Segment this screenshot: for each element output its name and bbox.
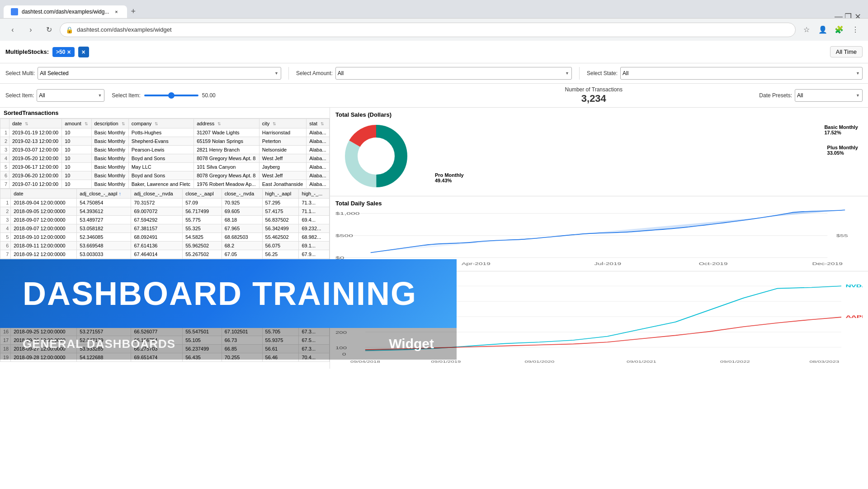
txn-count-label: Number of Transactions (435, 86, 752, 93)
pct-basic-monthly: 17.52% (824, 130, 841, 135)
banner-sub: GENERAL DASHBOARDS Widget (0, 328, 457, 360)
select-multi-wrapper: All Selected (38, 67, 281, 80)
date-presets-dropdown[interactable]: All (795, 89, 863, 102)
table-row: 5 2019-06-17 12:00:00 10 Basic Monthly M… (0, 163, 330, 171)
extensions-button[interactable]: 🧩 (832, 23, 846, 37)
svg-text:AAPL: AAPL (845, 314, 863, 319)
slider-group: Select Item: 50.00 (112, 92, 428, 99)
banner-sub-left: GENERAL DASHBOARDS (23, 337, 175, 351)
col-date[interactable]: date ⇅ (9, 119, 62, 128)
tag-chip-remove[interactable]: × (67, 48, 71, 56)
svg-text:09/01/2019: 09/01/2019 (431, 360, 461, 363)
profile-button[interactable]: 👤 (816, 23, 830, 37)
row-num: 5 (0, 163, 9, 171)
new-tab-button[interactable]: + (127, 5, 139, 18)
active-tab[interactable]: dashtest.com/dash/examples/widg... × (4, 5, 127, 18)
table-row: 4 2018-09-07 12:00:0000 53.058182 67.381… (0, 224, 330, 233)
stock-col-close-aapl[interactable]: close_-_aapl (183, 189, 222, 199)
table-row: 3 2018-09-07 12:00:0000 53.489727 67.594… (0, 216, 330, 224)
pct-pro-monthly: 49.43% (435, 178, 452, 183)
menu-button[interactable]: ⋮ (848, 23, 863, 37)
line-chart-svg: $1,000 $500 $0 Jan-2019 Apr-2019 Jul-201… (335, 209, 863, 267)
select-amount-dropdown[interactable]: All (335, 67, 572, 80)
stock-col-high-nvda[interactable]: high_-_... (299, 189, 330, 199)
address-text: dashtest.com/dash/examples/widget (77, 26, 172, 33)
stock-col-num (0, 189, 11, 199)
row-num: 5 (0, 233, 11, 242)
stock-col-close-nvda[interactable]: close_-_nvda (222, 189, 262, 199)
label-pro-monthly: Pro Monthly 49.43% (435, 172, 464, 183)
slider-thumb[interactable] (168, 92, 175, 99)
sorted-transactions-table: date ⇅ amount ⇅ description ⇅ company ⇅ … (0, 119, 330, 189)
row-num: 3 (0, 216, 11, 224)
bookmark-button[interactable]: ☆ (799, 23, 814, 37)
toolbar-label: MultipleStocks: (5, 48, 49, 55)
svg-text:Dec-2019: Dec-2019 (812, 261, 843, 266)
reload-button[interactable]: ↻ (42, 23, 56, 37)
pie-chart-title: Total Sales (Dollars) (335, 111, 863, 118)
select-item-dropdown-1[interactable]: All (37, 89, 104, 102)
svg-text:09/01/2022: 09/01/2022 (720, 360, 750, 363)
sorted-transactions-body: 1 2019-01-19 12:00:00 10 Basic Monthly P… (0, 128, 330, 189)
stock-col-date[interactable]: date (11, 189, 77, 199)
browser-chrome: dashtest.com/dash/examples/widg... × + —… (0, 0, 868, 41)
forward-button[interactable]: › (24, 23, 38, 37)
select-state-dropdown[interactable]: All (620, 67, 863, 80)
col-company[interactable]: company ⇅ (128, 119, 194, 128)
tab-close-button[interactable]: × (113, 8, 120, 15)
banner-main: DASHBOARD TRAINING (0, 259, 457, 328)
svg-text:09/04/2018: 09/04/2018 (350, 360, 380, 363)
pie-labels: Basic Monthly 17.52% Plus Monthly 33.05%… (435, 120, 863, 192)
col-num (0, 119, 9, 128)
transaction-count-box: Number of Transactions 3,234 (435, 86, 752, 104)
row-num: 7 (0, 250, 11, 259)
tab-favicon (11, 8, 18, 15)
col-description[interactable]: description ⇅ (91, 119, 128, 128)
tab-title: dashtest.com/dash/examples/widg... (22, 9, 109, 15)
pie-chart-section: Total Sales (Dollars) (330, 108, 868, 196)
table-row: 7 2019-07-10 12:00:00 10 Basic Monthly B… (0, 180, 330, 189)
label-basic-monthly: Basic Monthly 17.52% (824, 124, 858, 135)
table-row: 2 2019-02-13 12:00:00 10 Basic Monthly S… (0, 137, 330, 146)
back-button[interactable]: ‹ (5, 23, 20, 37)
select-state-wrapper: All (620, 67, 863, 80)
tag-chip[interactable]: >50 × (52, 47, 75, 57)
filter-row-1: Select Multi: All Selected Select Amount… (0, 63, 868, 84)
col-city[interactable]: city ⇅ (259, 119, 306, 128)
col-address[interactable]: address ⇅ (194, 119, 259, 128)
nav-bar: ‹ › ↻ 🔒 dashtest.com/dash/examples/widge… (0, 18, 868, 41)
svg-text:Apr-2019: Apr-2019 (462, 261, 491, 266)
select-state-label: Select State: (587, 70, 618, 76)
date-presets-group: Date Presets: All (759, 89, 863, 102)
col-amount[interactable]: amount ⇅ (62, 119, 91, 128)
svg-text:$500: $500 (335, 233, 353, 238)
all-time-button[interactable]: All Time (830, 46, 863, 57)
sorted-transactions-section: SortedTransactions date ⇅ amount ⇅ descr… (0, 108, 330, 189)
filter-row-2: Select Item: All Select Item: 50.00 Numb… (0, 84, 868, 108)
date-presets-wrapper: All (795, 89, 863, 102)
table-row: 1 2018-09-04 12:00:0000 54.750854 70.315… (0, 199, 330, 207)
minimize-button[interactable]: — (835, 12, 841, 18)
tag-value: >50 (56, 49, 65, 55)
window-controls: — ❐ ✕ (835, 12, 868, 18)
address-bar[interactable]: 🔒 dashtest.com/dash/examples/widget (60, 23, 796, 37)
select-item-label-2: Select Item: (112, 92, 140, 99)
banner-overlay: DASHBOARD TRAINING GENERAL DASHBOARDS Wi… (0, 259, 457, 360)
maximize-button[interactable]: ❐ (844, 12, 851, 18)
line-chart-title: Total Daily Sales (335, 200, 863, 207)
nav-right-buttons: ☆ 👤 🧩 ⋮ (799, 23, 863, 37)
select-multi-group: Select Multi: All Selected (5, 67, 281, 80)
stock-header-row: date adj_close_-_aapl ↑ adj_close_-_nvda… (0, 189, 330, 199)
svg-text:$1,000: $1,000 (335, 211, 360, 216)
stock-col-high-aapl[interactable]: high_-_aapl (262, 189, 299, 199)
select-multi-dropdown[interactable]: All Selected (38, 67, 281, 80)
stock-col-adj-nvda[interactable]: adj_close_-_nvda (131, 189, 183, 199)
select-item-label-1: Select Item: (5, 92, 34, 99)
window-close-button[interactable]: ✕ (854, 12, 861, 18)
row-num: 4 (0, 224, 11, 233)
col-state[interactable]: stat ⇅ (307, 119, 330, 128)
stock-col-adj-aapl[interactable]: adj_close_-_aapl ↑ (77, 189, 131, 199)
main-layout: SortedTransactions date ⇅ amount ⇅ descr… (0, 108, 868, 369)
clear-all-button[interactable]: × (78, 47, 89, 57)
slider-track[interactable] (144, 95, 198, 96)
